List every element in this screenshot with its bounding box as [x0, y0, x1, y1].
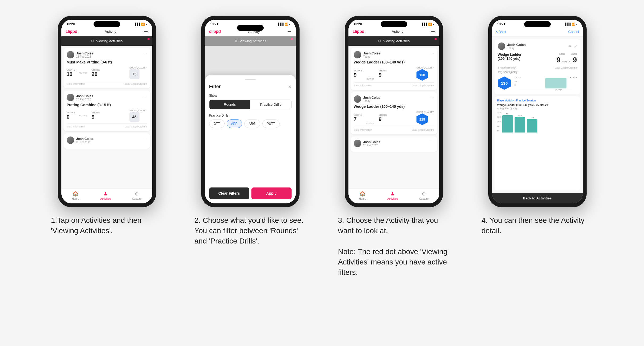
nav-menu-2[interactable]: ☰ — [287, 29, 292, 35]
card-title-1-2: Putting Combine (3-15 ft) — [67, 103, 147, 107]
nav-capture-3[interactable]: ⊕ Capture — [419, 191, 429, 200]
quality-stat-3-2: Shot Quality 118 — [416, 111, 434, 125]
more-dots-1-3[interactable]: ··· — [143, 136, 147, 141]
edit-icon[interactable]: ✏ — [569, 44, 572, 48]
viewing-banner-3[interactable]: ⚙ Viewing Activities — [348, 36, 439, 46]
nav-activities-3[interactable]: ♟ Activities — [387, 191, 398, 200]
filter-icon-1: ⚙ — [91, 39, 94, 43]
card-header-3-3: Josh Coles 28 Feb 2023 ··· — [354, 140, 434, 147]
user-date-3-1: Today — [363, 55, 380, 58]
notch-3 — [381, 21, 407, 27]
bar-chart: 140 120 100 80 60 132 129 — [497, 111, 578, 133]
more-dots-3-1[interactable]: ··· — [430, 51, 434, 56]
more-dots-3-3[interactable]: ··· — [430, 140, 434, 144]
chip-app[interactable]: APP — [227, 119, 242, 128]
shots-stat-1-1: Shots 20 — [92, 69, 100, 77]
more-dots-1-2[interactable]: ··· — [143, 94, 147, 99]
expand-icon[interactable]: ⤢ — [574, 44, 577, 48]
clear-filters-button[interactable]: Clear Filters — [209, 187, 249, 199]
quality-hex-4: 130 — [498, 76, 511, 90]
shots-stat-1-2: Shots 9 — [92, 111, 100, 120]
activity-list-1: Josh Coles 28 Feb 2023 ··· Must Make Put… — [61, 46, 152, 189]
user-name-3-1: Josh Coles — [363, 52, 380, 55]
user-name-1-3: Josh Coles — [76, 137, 93, 141]
filter-drills-toggle[interactable]: Practice Drills — [250, 100, 291, 109]
signal-icon-4: ▐▐▐ — [564, 23, 570, 26]
card-user-3-2: Josh Coles Today — [354, 95, 380, 103]
filter-chips-row: OTT APP ARG PUTT — [209, 119, 292, 128]
activity-card-1-1[interactable]: Josh Coles 28 Feb 2023 ··· Must Make Put… — [64, 48, 150, 88]
wifi-icon-2: 📶 — [285, 23, 288, 26]
filter-close-button[interactable]: ✕ — [288, 84, 292, 89]
activity-card-1-3[interactable]: Josh Coles 28 Feb 2023 ··· — [64, 133, 150, 149]
banner-text-2: Viewing Activities — [240, 39, 266, 43]
caption-1: 1.Tap on Activities and then 'Viewing Ac… — [51, 215, 163, 236]
battery-icon-4: ▪ — [576, 23, 578, 26]
caption-3: 3. Choose the Activity that you want to … — [338, 215, 450, 277]
nav-home-1[interactable]: 🏠 Home — [72, 191, 79, 200]
svg-text:100: 100 — [514, 76, 521, 79]
back-button[interactable]: < Back — [496, 30, 506, 34]
detail-user-info: Josh Coles Today — [498, 42, 526, 50]
footer-left-1-1: ℹ Test Information — [67, 83, 85, 85]
outof-stat-1-1: OUT OF — [79, 72, 87, 74]
activity-card-1-2[interactable]: Josh Coles 28 Feb 2023 ··· Putting Combi… — [64, 91, 150, 131]
back-activities-button[interactable]: Back to Activities — [492, 193, 583, 203]
avg-quality-row: 130 130 100 50 0 APP — [498, 75, 577, 91]
status-icons-4: ▐▐▐ 📶 ▪ — [564, 23, 577, 26]
chip-arg[interactable]: ARG — [244, 119, 260, 128]
nav-bar-3: clippd Activity ☰ — [348, 27, 439, 36]
footer-right-1-1: Data: Clippd Capture — [124, 83, 147, 85]
quality-stat-1-2: Shot Quality 45 — [129, 109, 147, 122]
cancel-button[interactable]: Cancel — [568, 30, 579, 34]
card-header-1-1: Josh Coles 28 Feb 2023 ··· — [67, 51, 147, 58]
card-header-1-2: Josh Coles 28 Feb 2023 ··· — [67, 94, 147, 101]
status-icons-1: ▐▐▐ 📶 ▪ — [134, 23, 147, 26]
capture-label-1: Capture — [132, 197, 142, 200]
caption-4: 4. You can then see the Activity detail. — [482, 215, 593, 236]
bar-3: 124 — [527, 116, 537, 133]
home-label-3: Home — [359, 197, 366, 200]
viewing-banner-1[interactable]: ⚙ Viewing Activities — [61, 36, 152, 46]
nav-activities-1[interactable]: ♟ Activities — [100, 191, 111, 200]
nav-home-3[interactable]: 🏠 Home — [359, 191, 366, 200]
quality-stat-1-1: Shot Quality 75 — [129, 66, 147, 79]
filter-rounds-toggle[interactable]: Rounds — [209, 100, 250, 109]
card-stats-1-2: Score 0 OUT OF Shots 9 — [67, 109, 147, 122]
more-dots-3-2[interactable]: ··· — [430, 95, 434, 100]
detail-score-section: Score Shots 9 OUT OF 9 — [557, 53, 577, 64]
phone-1: 13:20 ▐▐▐ 📶 ▪ clippd Activity ☰ ⚙ Viewin… — [58, 16, 156, 207]
user-date-3-3: 28 Feb 2023 — [363, 144, 380, 147]
status-icons-2: ▐▐▐ 📶 ▪ — [277, 23, 290, 26]
detail-action-icons: ✏ ⤢ — [569, 44, 577, 48]
user-info-1-2: Josh Coles 28 Feb 2023 — [76, 94, 93, 101]
home-icon-1: 🏠 — [73, 191, 78, 197]
chip-ott[interactable]: OTT — [209, 119, 225, 128]
more-dots-1-1[interactable]: ··· — [143, 51, 147, 56]
detail-header: < Back Cancel — [492, 27, 583, 37]
activity-card-3-3[interactable]: Josh Coles 28 Feb 2023 ··· — [351, 136, 437, 152]
activity-card-3-1[interactable]: Josh Coles Today ··· Wedge Ladder (100–1… — [351, 48, 437, 90]
filter-modal: Filter ✕ Show Rounds Practice Drills Pra… — [205, 75, 296, 203]
score-stat-3-2: Score 7 — [354, 114, 362, 122]
apply-button[interactable]: Apply — [251, 187, 292, 199]
footer-left-3-1: ℹ Test Information — [354, 84, 372, 87]
status-bar-4: 13:21 ▐▐▐ 📶 ▪ — [492, 20, 583, 27]
chart-subtitle: ··· Avg Shot Quality — [497, 107, 578, 110]
filter-show-label: Show — [209, 94, 292, 97]
avatar-1-3 — [67, 136, 74, 144]
user-date-3-2: Today — [363, 100, 380, 102]
nav-logo-1: clippd — [66, 29, 77, 34]
nav-menu-1[interactable]: ☰ — [144, 29, 148, 35]
activity-card-3-2[interactable]: Josh Coles Today ··· Wedge Ladder (100–1… — [351, 92, 437, 134]
phone-1-screen: 13:20 ▐▐▐ 📶 ▪ clippd Activity ☰ ⚙ Viewin… — [61, 20, 152, 203]
quality-badge-1-1: 75 — [129, 69, 140, 79]
filter-handle — [245, 79, 256, 80]
red-dot-2 — [291, 38, 293, 40]
battery-icon-2: ▪ — [289, 23, 291, 26]
chip-putt[interactable]: PUTT — [262, 119, 280, 128]
filter-icon-3: ⚙ — [378, 39, 381, 43]
score-stat-3-1: Score 9 — [354, 69, 362, 78]
nav-menu-3[interactable]: ☰ — [431, 29, 435, 35]
nav-capture-1[interactable]: ⊕ Capture — [132, 191, 142, 200]
